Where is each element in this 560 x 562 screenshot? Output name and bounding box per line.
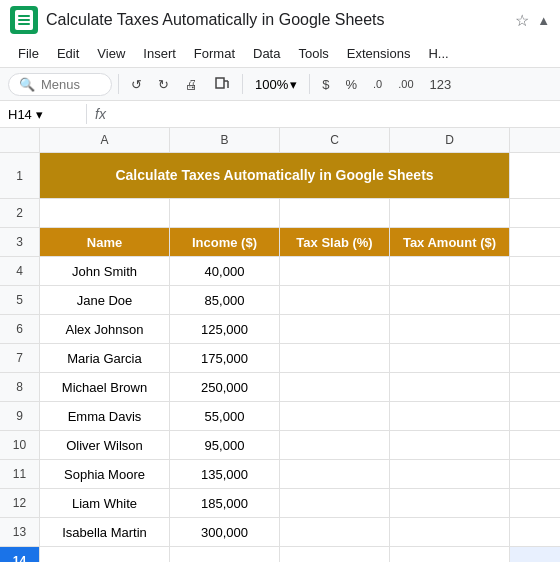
print-button[interactable]: 🖨 <box>179 73 204 96</box>
row-num-13[interactable]: 13 <box>0 518 40 546</box>
row-num-9[interactable]: 9 <box>0 402 40 430</box>
col-header-d[interactable]: D <box>390 128 510 152</box>
cell-8-taxamount[interactable] <box>390 373 510 401</box>
row-num-14[interactable]: 14 <box>0 547 40 562</box>
cell-8-income[interactable]: 250,000 <box>170 373 280 401</box>
cell-4-income[interactable]: 40,000 <box>170 257 280 285</box>
formula-input[interactable] <box>114 107 552 122</box>
cell-11-name[interactable]: Sophia Moore <box>40 460 170 488</box>
corner-header <box>0 128 40 152</box>
row-num-11[interactable]: 11 <box>0 460 40 488</box>
star-icon[interactable]: ☆ <box>515 11 529 30</box>
cell-9-name[interactable]: Emma Davis <box>40 402 170 430</box>
currency-button[interactable]: $ <box>316 73 335 96</box>
cell-5-taxslab[interactable] <box>280 286 390 314</box>
cell-11-taxslab[interactable] <box>280 460 390 488</box>
cell-7-name[interactable]: Maria Garcia <box>40 344 170 372</box>
cell-6-taxamount[interactable] <box>390 315 510 343</box>
row-num-8[interactable]: 8 <box>0 373 40 401</box>
cell-2c[interactable] <box>280 199 390 227</box>
cell-4-taxslab[interactable] <box>280 257 390 285</box>
col-header-c[interactable]: C <box>280 128 390 152</box>
menu-tools[interactable]: Tools <box>290 42 336 65</box>
percent-button[interactable]: % <box>339 73 363 96</box>
row-num-10[interactable]: 10 <box>0 431 40 459</box>
decimal-decrease[interactable]: .0 <box>367 74 388 94</box>
cell-13-taxslab[interactable] <box>280 518 390 546</box>
cell-11-income[interactable]: 135,000 <box>170 460 280 488</box>
cell-4-name[interactable]: John Smith <box>40 257 170 285</box>
cell-ref-chevron[interactable]: ▾ <box>36 107 43 122</box>
menu-data[interactable]: Data <box>245 42 288 65</box>
cell-4-taxamount[interactable] <box>390 257 510 285</box>
row-num-3[interactable]: 3 <box>0 228 40 256</box>
cell-reference-box[interactable]: H14 ▾ <box>8 107 78 122</box>
zoom-selector[interactable]: 100% ▾ <box>249 74 303 95</box>
cell-2b[interactable] <box>170 199 280 227</box>
decimal-increase[interactable]: .00 <box>392 74 419 94</box>
spreadsheet-title-cell[interactable]: Calculate Taxes Automatically in Google … <box>40 153 510 198</box>
cell-9-income[interactable]: 55,000 <box>170 402 280 430</box>
menu-help[interactable]: H... <box>420 42 456 65</box>
cell-10-name[interactable]: Oliver Wilson <box>40 431 170 459</box>
cell-2d[interactable] <box>390 199 510 227</box>
row-num-12[interactable]: 12 <box>0 489 40 517</box>
search-icon: 🔍 <box>19 77 35 92</box>
menu-extensions[interactable]: Extensions <box>339 42 419 65</box>
cell-6-taxslab[interactable] <box>280 315 390 343</box>
cell-12-name[interactable]: Liam White <box>40 489 170 517</box>
cell-12-income[interactable]: 185,000 <box>170 489 280 517</box>
menus-search[interactable]: 🔍 <box>8 73 112 96</box>
paint-format-button[interactable] <box>208 72 236 96</box>
cell-9-taxslab[interactable] <box>280 402 390 430</box>
header-tax-slab[interactable]: Tax Slab (%) <box>280 228 390 256</box>
menu-file[interactable]: File <box>10 42 47 65</box>
row-num-2[interactable]: 2 <box>0 199 40 227</box>
cell-14-d[interactable] <box>390 547 510 562</box>
header-income[interactable]: Income ($) <box>170 228 280 256</box>
row-num-1[interactable]: 1 <box>0 153 40 198</box>
cell-2a[interactable] <box>40 199 170 227</box>
header-tax-amount[interactable]: Tax Amount ($) <box>390 228 510 256</box>
cell-8-taxslab[interactable] <box>280 373 390 401</box>
menu-edit[interactable]: Edit <box>49 42 87 65</box>
cell-13-name[interactable]: Isabella Martin <box>40 518 170 546</box>
cell-14-a[interactable] <box>40 547 170 562</box>
cell-5-taxamount[interactable] <box>390 286 510 314</box>
header-name[interactable]: Name <box>40 228 170 256</box>
cell-9-taxamount[interactable] <box>390 402 510 430</box>
cell-10-income[interactable]: 95,000 <box>170 431 280 459</box>
cell-13-income[interactable]: 300,000 <box>170 518 280 546</box>
cell-7-income[interactable]: 175,000 <box>170 344 280 372</box>
cell-6-name[interactable]: Alex Johnson <box>40 315 170 343</box>
menu-format[interactable]: Format <box>186 42 243 65</box>
cell-10-taxslab[interactable] <box>280 431 390 459</box>
cell-12-taxslab[interactable] <box>280 489 390 517</box>
cell-12-taxamount[interactable] <box>390 489 510 517</box>
col-header-a[interactable]: A <box>40 128 170 152</box>
cell-14-c[interactable] <box>280 547 390 562</box>
cell-13-taxamount[interactable] <box>390 518 510 546</box>
cell-7-taxslab[interactable] <box>280 344 390 372</box>
menu-insert[interactable]: Insert <box>135 42 184 65</box>
cell-7-taxamount[interactable] <box>390 344 510 372</box>
col-header-b[interactable]: B <box>170 128 280 152</box>
row-num-4[interactable]: 4 <box>0 257 40 285</box>
redo-button[interactable]: ↻ <box>152 73 175 96</box>
cell-8-name[interactable]: Michael Brown <box>40 373 170 401</box>
cell-5-name[interactable]: Jane Doe <box>40 286 170 314</box>
number-format[interactable]: 123 <box>424 73 458 96</box>
drive-icon[interactable]: ▲ <box>537 13 550 28</box>
cell-14-b[interactable] <box>170 547 280 562</box>
menu-view[interactable]: View <box>89 42 133 65</box>
cell-5-income[interactable]: 85,000 <box>170 286 280 314</box>
row-num-7[interactable]: 7 <box>0 344 40 372</box>
row-num-6[interactable]: 6 <box>0 315 40 343</box>
cell-6-income[interactable]: 125,000 <box>170 315 280 343</box>
cell-10-taxamount[interactable] <box>390 431 510 459</box>
row-num-5[interactable]: 5 <box>0 286 40 314</box>
cell-11-taxamount[interactable] <box>390 460 510 488</box>
undo-button[interactable]: ↺ <box>125 73 148 96</box>
data-row-10: 10 Oliver Wilson 95,000 <box>0 431 560 460</box>
search-input[interactable] <box>41 77 101 92</box>
